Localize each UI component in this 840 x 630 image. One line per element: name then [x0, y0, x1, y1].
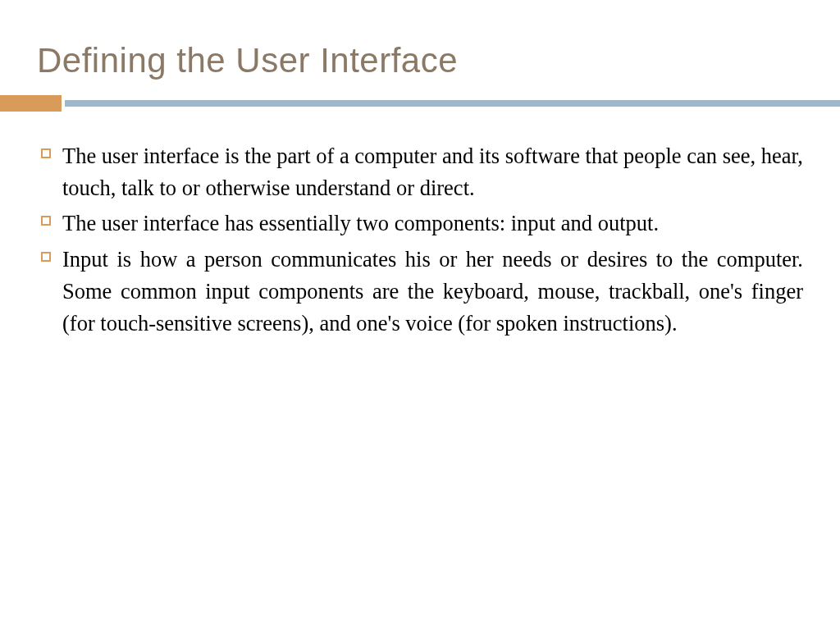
bullet-text: The user interface is the part of a comp… — [62, 140, 803, 204]
slide-title: Defining the User Interface — [37, 41, 803, 80]
bullet-text: The user interface has essentially two c… — [62, 208, 803, 240]
content-area: The user interface is the part of a comp… — [37, 140, 803, 340]
square-bullet-icon — [41, 148, 51, 158]
divider-line — [65, 100, 840, 107]
slide-container: Defining the User Interface The user int… — [0, 0, 840, 630]
square-bullet-icon — [41, 252, 51, 262]
bullet-item: The user interface has essentially two c… — [41, 208, 803, 240]
divider-bar — [0, 95, 840, 112]
bullet-item: Input is how a person communicates his o… — [41, 244, 803, 340]
bullet-item: The user interface is the part of a comp… — [41, 140, 803, 204]
divider-accent-block — [0, 95, 62, 112]
square-bullet-icon — [41, 216, 51, 226]
bullet-text: Input is how a person communicates his o… — [62, 244, 803, 340]
